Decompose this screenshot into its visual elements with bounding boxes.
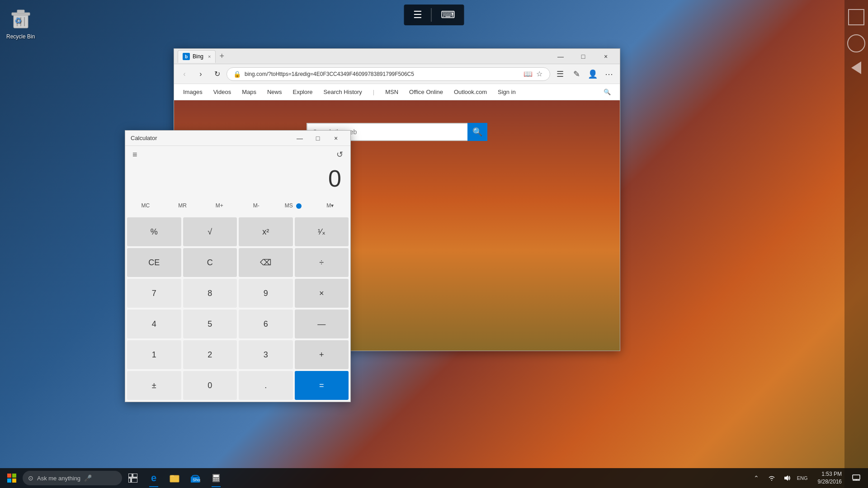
- right-panel-square-button[interactable]: [848, 9, 864, 25]
- calc-minimize-button[interactable]: —: [291, 131, 309, 145]
- task-view-button[interactable]: [123, 468, 143, 488]
- nav-office[interactable]: Office Online: [409, 86, 443, 98]
- browser-forward-button[interactable]: ›: [194, 67, 208, 81]
- calc-c-button[interactable]: C: [183, 248, 237, 277]
- recycle-bin-icon[interactable]: ♻ Recycle Bin: [5, 5, 37, 42]
- nav-news[interactable]: News: [267, 86, 282, 98]
- keyboard-icon[interactable]: ⌨: [437, 7, 459, 23]
- calc-row-5: 1 2 3 +: [127, 340, 349, 369]
- calc-display: 0: [125, 163, 350, 197]
- calc-row-1: % √ x² ¹⁄ₓ: [127, 217, 349, 246]
- calc-7-button[interactable]: 7: [127, 279, 181, 308]
- nav-explore[interactable]: Explore: [292, 86, 312, 98]
- calculator-taskbar-button[interactable]: [206, 468, 226, 488]
- calc-4-button[interactable]: 4: [127, 310, 181, 338]
- right-panel: [844, 0, 868, 488]
- show-hidden-icons-button[interactable]: ⌃: [749, 468, 764, 488]
- volume-icon[interactable]: [780, 468, 794, 488]
- calc-sqrt-button[interactable]: √: [183, 217, 237, 246]
- nav-signin[interactable]: Sign in: [498, 86, 516, 98]
- calc-3-button[interactable]: 3: [239, 340, 293, 369]
- calc-maximize-button[interactable]: □: [309, 131, 327, 145]
- browser-close-button[interactable]: ×: [595, 50, 616, 63]
- tab-close-button[interactable]: ×: [208, 54, 211, 59]
- calc-1-button[interactable]: 1: [127, 340, 181, 369]
- language-icon[interactable]: ENG: [795, 468, 810, 488]
- calc-mrecall-button[interactable]: M▾: [311, 197, 349, 214]
- annotate-icon[interactable]: ✎: [569, 67, 584, 81]
- browser-back-button[interactable]: ‹: [178, 67, 191, 81]
- calc-close-button[interactable]: ×: [327, 131, 345, 145]
- bing-search-button[interactable]: 🔍: [467, 123, 487, 141]
- system-clock[interactable]: 1:53 PM 9/28/2016: [814, 470, 845, 486]
- calc-equals-button[interactable]: =: [295, 371, 349, 400]
- hamburger-menu-icon[interactable]: ☰: [410, 7, 426, 23]
- svg-rect-19: [213, 475, 219, 477]
- cortana-search-box[interactable]: ⊙ Ask me anything 🎤: [23, 471, 122, 485]
- calc-decimal-button[interactable]: .: [239, 371, 293, 400]
- share-icon[interactable]: 👤: [585, 67, 600, 81]
- calc-ms-button[interactable]: MS: [275, 197, 312, 214]
- svg-rect-9: [7, 479, 11, 483]
- calc-reciprocal-button[interactable]: ¹⁄ₓ: [295, 217, 349, 246]
- nav-outlook[interactable]: Outlook.com: [454, 86, 487, 98]
- nav-maps[interactable]: Maps: [242, 86, 256, 98]
- browser-titlebar: b Bing × + — □ ×: [174, 49, 620, 64]
- reader-view-icon[interactable]: 📖: [523, 69, 533, 79]
- browser-refresh-button[interactable]: ↻: [210, 67, 224, 81]
- calc-ce-button[interactable]: CE: [127, 248, 181, 277]
- more-icon[interactable]: ⋯: [602, 67, 616, 81]
- browser-tabs: b Bing × +: [178, 50, 550, 63]
- cortana-search-text: Ask me anything: [37, 475, 80, 482]
- address-bar[interactable]: 🔒 bing.com/?toHttps=1&redig=4E0F3CC4349F…: [226, 67, 550, 81]
- calc-8-button[interactable]: 8: [183, 279, 237, 308]
- calc-menu-icon[interactable]: ≡: [132, 150, 137, 160]
- calc-5-button[interactable]: 5: [183, 310, 237, 338]
- clock-time: 1:53 PM: [818, 470, 842, 478]
- svg-rect-25: [217, 480, 219, 481]
- top-toolbar: ☰ ⌨: [404, 5, 464, 25]
- calc-9-button[interactable]: 9: [239, 279, 293, 308]
- calc-percent-button[interactable]: %: [127, 217, 181, 246]
- right-panel-circle-button[interactable]: [847, 34, 865, 52]
- calc-add-button[interactable]: +: [295, 340, 349, 369]
- browser-tab-bing[interactable]: b Bing ×: [178, 50, 216, 63]
- right-panel-back-button[interactable]: [851, 61, 861, 74]
- network-icon[interactable]: [764, 468, 779, 488]
- nav-videos[interactable]: Videos: [213, 86, 231, 98]
- nav-images[interactable]: Images: [183, 86, 203, 98]
- svg-rect-2: [17, 10, 24, 14]
- new-tab-button[interactable]: +: [216, 52, 228, 61]
- calc-display-value: 0: [134, 165, 341, 192]
- calc-divide-button[interactable]: ÷: [295, 248, 349, 277]
- browser-minimize-button[interactable]: —: [550, 50, 571, 63]
- calc-subtract-button[interactable]: —: [295, 310, 349, 338]
- calc-backspace-button[interactable]: ⌫: [239, 248, 293, 277]
- calc-negate-button[interactable]: ±: [127, 371, 181, 400]
- calc-6-button[interactable]: 6: [239, 310, 293, 338]
- nav-search-icon[interactable]: 🔍: [604, 86, 611, 98]
- calc-mminus-button[interactable]: M-: [238, 197, 275, 214]
- calc-mplus-button[interactable]: M+: [201, 197, 238, 214]
- calc-2-button[interactable]: 2: [183, 340, 237, 369]
- svg-rect-22: [217, 478, 219, 479]
- nav-search-history[interactable]: Search History: [324, 86, 362, 98]
- action-center-button[interactable]: [846, 468, 866, 488]
- calc-square-button[interactable]: x²: [239, 217, 293, 246]
- calc-mc-button[interactable]: MC: [127, 197, 164, 214]
- nav-msn[interactable]: MSN: [385, 86, 398, 98]
- browser-maximize-button[interactable]: □: [573, 50, 594, 63]
- calc-history-icon[interactable]: ↺: [336, 150, 343, 160]
- calc-mr-button[interactable]: MR: [164, 197, 201, 214]
- calc-multiply-button[interactable]: ×: [295, 279, 349, 308]
- favorites-icon[interactable]: ☆: [535, 69, 543, 79]
- reading-list-icon[interactable]: ☰: [553, 67, 567, 81]
- explorer-taskbar-button[interactable]: [165, 468, 184, 488]
- taskbar: ⊙ Ask me anything 🎤 e Shop: [0, 468, 868, 488]
- svg-marker-26: [784, 475, 788, 481]
- edge-taskbar-button[interactable]: e: [144, 468, 164, 488]
- toolbar-divider: [431, 8, 432, 22]
- calc-0-button[interactable]: 0: [183, 371, 237, 400]
- store-taskbar-button[interactable]: Shop: [185, 468, 205, 488]
- start-button[interactable]: [2, 468, 22, 488]
